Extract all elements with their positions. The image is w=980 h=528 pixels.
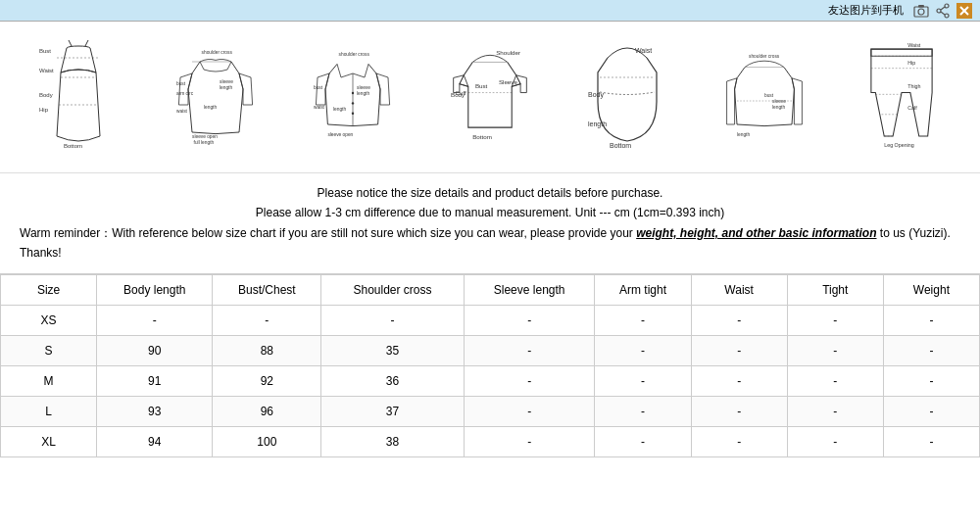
- svg-text:Leg Opening: Leg Opening: [884, 142, 914, 148]
- table-header: SizeBody lengthBust/ChestShoulder crossS…: [1, 274, 980, 305]
- tshirt-svg: Shoulder Sleeve Body Bust Cuff Bottom: [451, 38, 529, 156]
- svg-text:Body: Body: [588, 91, 604, 99]
- svg-line-11: [69, 40, 72, 46]
- column-header: Body length: [97, 274, 213, 305]
- data-cell: -: [883, 396, 979, 426]
- data-cell: -: [595, 305, 691, 335]
- data-cell: -: [595, 365, 691, 396]
- data-cell: -: [691, 365, 787, 396]
- data-cell: -: [595, 396, 691, 426]
- data-cell: -: [883, 305, 979, 335]
- data-cell: -: [213, 305, 321, 335]
- table-row: XL9410038-----: [1, 426, 980, 456]
- column-header: Waist: [691, 274, 787, 305]
- svg-text:full length: full length: [194, 140, 215, 145]
- top-bar: 友达图片到手机: [0, 0, 980, 22]
- sweater-diagram: shoulder cross bust sleeve length length: [725, 38, 804, 156]
- info-line3-prefix: Warm reminder：With reference below size …: [20, 226, 636, 240]
- data-cell: -: [464, 305, 595, 335]
- data-cell: 36: [321, 365, 465, 396]
- size-cell: XS: [1, 305, 97, 335]
- header-row: SizeBody lengthBust/ChestShoulder crossS…: [1, 274, 980, 305]
- tshirt-diagram: Shoulder Sleeve Body Bust Cuff Bottom: [451, 38, 529, 156]
- data-cell: -: [464, 426, 595, 456]
- svg-text:length: length: [220, 85, 232, 90]
- data-cell: -: [883, 335, 979, 365]
- info-line2: Please allow 1-3 cm difference due to ma…: [20, 203, 960, 222]
- coat-diagram: shoulder cross bust arm circ waist sleev…: [176, 38, 255, 156]
- svg-line-12: [85, 40, 88, 46]
- svg-text:Shoulder: Shoulder: [496, 49, 520, 56]
- data-cell: -: [321, 305, 465, 335]
- data-cell: -: [691, 335, 787, 365]
- data-cell: -: [787, 396, 883, 426]
- camera-icon[interactable]: [913, 3, 929, 19]
- size-cell: XL: [1, 426, 97, 456]
- share-icon[interactable]: [935, 3, 951, 19]
- column-header: Arm tight: [595, 274, 691, 305]
- data-cell: -: [787, 426, 883, 456]
- data-cell: -: [787, 335, 883, 365]
- data-cell: 100: [213, 426, 321, 456]
- data-cell: -: [787, 305, 883, 335]
- dress-diagram: Bust Waist Body Hip Bottom: [39, 38, 118, 156]
- svg-text:Thigh: Thigh: [907, 83, 920, 89]
- svg-text:length: length: [772, 105, 785, 110]
- info-line1: Please notice the size details and produ…: [20, 183, 960, 203]
- svg-text:Calf: Calf: [907, 105, 917, 111]
- svg-text:arm circ: arm circ: [176, 91, 194, 96]
- data-cell: -: [97, 305, 213, 335]
- data-cell: 90: [97, 335, 213, 365]
- data-cell: 94: [97, 426, 213, 456]
- svg-text:Hip: Hip: [907, 60, 915, 66]
- svg-text:Bottom: Bottom: [472, 133, 492, 140]
- svg-text:Bottom: Bottom: [64, 143, 82, 149]
- data-cell: 93: [97, 396, 213, 426]
- svg-text:Waist: Waist: [635, 47, 652, 54]
- data-cell: -: [464, 365, 595, 396]
- svg-text:length: length: [204, 105, 217, 110]
- pants-diagram: Waist Hip Thigh Calf Leg Opening: [862, 38, 941, 156]
- top-diagram: Waist Body length Bottom: [588, 38, 666, 156]
- data-cell: -: [595, 335, 691, 365]
- svg-point-3: [945, 4, 949, 8]
- svg-text:Sleeve: Sleeve: [499, 78, 518, 85]
- size-table-wrapper: SizeBody lengthBust/ChestShoulder crossS…: [0, 274, 980, 457]
- svg-text:shoulder cross: shoulder cross: [339, 52, 370, 57]
- svg-text:Bust: Bust: [39, 48, 51, 54]
- svg-text:bust: bust: [314, 85, 323, 90]
- svg-text:sleeve: sleeve: [357, 85, 370, 90]
- info-line3: Warm reminder：With reference below size …: [20, 223, 960, 264]
- svg-text:sleeve: sleeve: [772, 99, 786, 104]
- close-icon[interactable]: [956, 3, 972, 19]
- size-cell: M: [1, 365, 97, 396]
- sweater-svg: shoulder cross bust sleeve length length: [725, 38, 804, 156]
- svg-point-34: [352, 113, 354, 115]
- table-row: M919236-----: [1, 365, 980, 396]
- data-cell: -: [691, 426, 787, 456]
- svg-line-6: [941, 7, 945, 10]
- svg-text:length: length: [357, 91, 369, 96]
- svg-text:waist: waist: [176, 109, 188, 114]
- data-cell: -: [691, 396, 787, 426]
- data-cell: 38: [321, 426, 465, 456]
- svg-text:Hip: Hip: [39, 107, 49, 113]
- svg-text:sleeve open: sleeve open: [192, 134, 218, 139]
- svg-point-1: [918, 9, 924, 15]
- dress-svg: Bust Waist Body Hip Bottom: [39, 38, 118, 156]
- svg-text:shoulder cross: shoulder cross: [202, 50, 233, 55]
- column-header: Weight: [883, 274, 979, 305]
- svg-text:shoulder cross: shoulder cross: [749, 54, 780, 59]
- table-body: XS--------S908835-----M919236-----L93963…: [1, 305, 980, 456]
- svg-point-32: [352, 92, 354, 94]
- table-row: S908835-----: [1, 335, 980, 365]
- svg-point-5: [945, 14, 949, 18]
- diagram-section: Bust Waist Body Hip Bottom shoulder cros…: [0, 22, 980, 173]
- svg-point-33: [352, 102, 354, 104]
- data-cell: 37: [321, 396, 465, 426]
- svg-text:Cuff: Cuff: [455, 89, 466, 96]
- svg-text:Body: Body: [39, 92, 53, 98]
- svg-text:Bottom: Bottom: [610, 142, 631, 149]
- data-cell: -: [595, 426, 691, 456]
- data-cell: -: [464, 396, 595, 426]
